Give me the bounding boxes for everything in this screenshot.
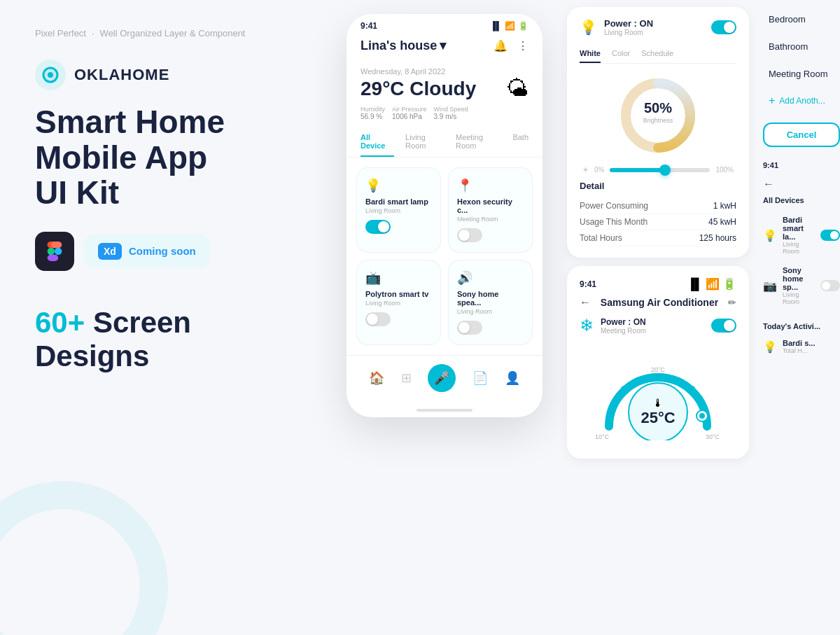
svg-point-1 — [48, 72, 53, 78]
svg-text:🌡: 🌡 — [652, 397, 664, 409]
pressure-detail: Air Pressure 1006 hPa — [392, 106, 427, 120]
sidebar-speaker-toggle[interactable] — [820, 280, 840, 291]
middle-panel: 9:41 ▐▌ 📶 🔋 Lina's house ▾ 🔔 ⋮ Wednesday… — [329, 0, 560, 635]
tagline: Pixel Perfect · Well Organized Layer & C… — [35, 28, 294, 39]
lamp-toggle[interactable] — [365, 220, 391, 234]
ac-power-row: ❄ Power : ON Meeting Room — [580, 316, 736, 335]
ac-power-text: Power : ON Meeting Room — [601, 317, 646, 335]
slider-thumb — [659, 165, 671, 176]
ac-edit-button[interactable]: ✏ — [728, 297, 736, 308]
light-bulb-icon: 💡 — [580, 19, 597, 36]
svg-point-13 — [656, 374, 660, 378]
weather-temp: 29°C Cloudy — [360, 78, 476, 100]
detail-title: Detail — [580, 181, 736, 191]
light-detail-section: Detail Power Consuming 1 kwH Usage This … — [580, 181, 736, 246]
brightness-slider-row: ☀ 0% 100% — [580, 166, 736, 174]
tab-living-room[interactable]: Living Room — [405, 127, 444, 157]
room-meeting[interactable]: Meeting Room — [763, 62, 840, 86]
doc-nav[interactable]: 📄 — [472, 370, 488, 386]
tagline-text1: Pixel Perfect — [35, 28, 86, 39]
activity-name: Bardi s... — [783, 339, 815, 347]
speaker-toggle[interactable] — [457, 321, 482, 335]
sidebar-speaker-name: Sony home sp... — [783, 266, 815, 291]
signal-icon: ▐▌ — [490, 21, 502, 31]
device-grid: 💡 Bardi smart lamp Living Room 📍 Hexon s… — [346, 158, 542, 355]
devices-section-time: 9:41 — [763, 161, 840, 169]
svg-point-12 — [621, 386, 625, 390]
detail-row-power: Power Consuming 1 kwH — [580, 198, 736, 214]
ac-unit-icon: ❄ — [580, 316, 594, 335]
power-consuming-label: Power Consuming — [580, 201, 648, 211]
tab-meeting-room[interactable]: Meeting Room — [456, 127, 501, 157]
svg-point-17 — [699, 413, 705, 419]
slider-sun-icon: ☀ — [582, 166, 589, 174]
left-panel: Pixel Perfect · Well Organized Layer & C… — [0, 0, 329, 635]
tab-all-device[interactable]: All Device — [360, 127, 394, 157]
light-info: 💡 Power : ON Living Room — [580, 18, 653, 36]
ac-power-status: Power : ON — [601, 317, 646, 327]
phone-frame: 9:41 ▐▌ 📶 🔋 Lina's house ▾ 🔔 ⋮ Wednesday… — [346, 14, 542, 417]
camera-room: Meeting Room — [457, 216, 524, 223]
right-panel: 💡 Power : ON Living Room White Color Sch… — [560, 0, 840, 635]
mic-nav[interactable]: 🎤 — [428, 364, 456, 392]
sidebar-lamp-icon: 💡 — [763, 229, 777, 242]
add-room-label: Add Anoth... — [779, 96, 825, 106]
device-card-camera[interactable]: 📍 Hexon security c... Meeting Room — [448, 167, 533, 253]
room-bathroom[interactable]: Bathroom — [763, 34, 840, 59]
title-line3: UI Kit — [35, 175, 294, 211]
tv-name: Polytron smart tv — [365, 290, 432, 298]
light-tabs: White Color Schedule — [580, 45, 736, 64]
activity-info: Bardi s... Total H... — [783, 339, 815, 354]
sidebar-speaker-icon: 📷 — [763, 279, 777, 293]
device-list-sidebar: 9:41 ← All Devices 💡 Bardi smart la... L… — [763, 161, 840, 357]
screen-count: 60+ Screen Designs — [35, 306, 294, 373]
ac-battery-icon: 🔋 — [722, 277, 736, 291]
house-name[interactable]: Lina's house ▾ — [360, 38, 446, 53]
tools-row: Xd Coming soon — [35, 232, 294, 271]
add-plus-icon: + — [769, 95, 775, 107]
sidebar-speaker-info: Sony home sp... Living Room — [783, 266, 815, 305]
ac-status-bar: 9:41 ▐▌ 📶 🔋 — [580, 277, 736, 291]
ac-back-button[interactable]: ← — [580, 296, 591, 309]
total-hours-label: Total Hours — [580, 233, 622, 243]
figma-icon[interactable] — [35, 232, 74, 271]
tab-color[interactable]: Color — [612, 45, 630, 63]
brightness-donut: 50% Brightness — [580, 74, 736, 158]
light-power-toggle[interactable] — [711, 20, 736, 34]
tab-white[interactable]: White — [580, 45, 601, 63]
device-card-tv[interactable]: 📺 Polytron smart tv Living Room — [356, 260, 441, 345]
cancel-button[interactable]: Cancel — [763, 123, 840, 147]
tv-icon: 📺 — [365, 270, 432, 286]
device-card-lamp[interactable]: 💡 Bardi smart lamp Living Room — [356, 167, 441, 253]
speaker-room: Living Room — [457, 308, 524, 315]
brightness-slider[interactable] — [610, 168, 710, 172]
tv-toggle[interactable] — [365, 312, 391, 326]
tagline-text2: Well Organized Layer & Component — [100, 28, 246, 39]
device-card-speaker[interactable]: 🔊 Sony home spea... Living Room — [448, 260, 533, 345]
sidebar-device-speaker: 📷 Sony home sp... Living Room — [763, 263, 840, 308]
ac-status-icons: ▐▌ 📶 🔋 — [687, 277, 736, 291]
add-room-button[interactable]: + Add Anoth... — [763, 89, 840, 113]
camera-toggle[interactable] — [457, 228, 482, 242]
ac-power-toggle[interactable] — [711, 319, 736, 333]
tab-schedule[interactable]: Schedule — [641, 45, 673, 63]
screen-count-number: 60+ — [35, 306, 85, 339]
slider-max-label: 100% — [715, 166, 734, 174]
tab-bath[interactable]: Bath — [512, 127, 528, 157]
house-chevron: ▾ — [440, 38, 446, 53]
more-icon[interactable]: ⋮ — [517, 39, 528, 53]
detail-panel: 💡 Power : ON Living Room White Color Sch… — [560, 0, 756, 635]
bell-icon[interactable]: 🔔 — [493, 39, 507, 53]
devices-back-arrow[interactable]: ← — [763, 178, 840, 190]
room-bedroom[interactable]: Bedroom — [763, 7, 840, 32]
circle-decoration — [0, 481, 168, 635]
battery-icon: 🔋 — [518, 21, 528, 31]
sidebar-speaker-room: Living Room — [783, 291, 815, 305]
home-nav[interactable]: 🏠 — [369, 370, 384, 386]
activity-icon: 💡 — [763, 340, 777, 354]
all-devices-title: All Devices — [763, 196, 840, 204]
grid-nav[interactable]: ⊞ — [401, 370, 412, 386]
sidebar-lamp-toggle[interactable] — [820, 230, 840, 241]
user-nav[interactable]: 👤 — [505, 370, 520, 386]
coming-soon-label: Coming soon — [129, 245, 196, 257]
